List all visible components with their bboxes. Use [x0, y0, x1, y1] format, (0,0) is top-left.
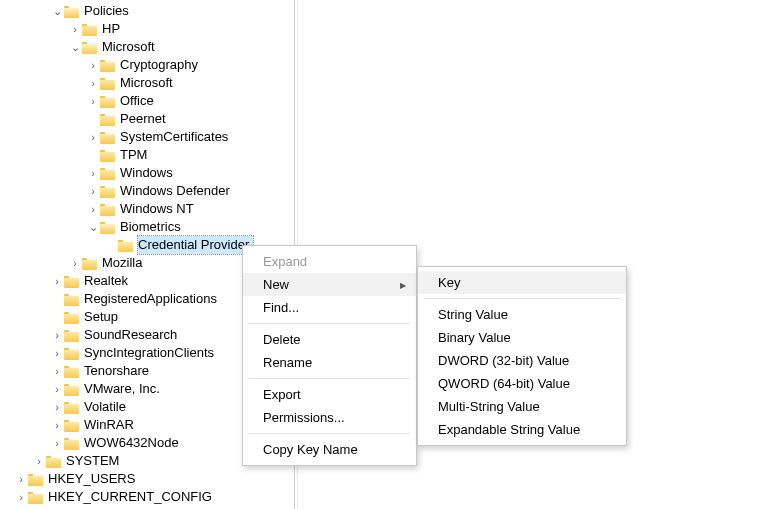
twisty-none: · [86, 110, 100, 128]
tree-item-hkey-current-config[interactable]: ›HKEY_CURRENT_CONFIG [0, 488, 294, 506]
chevron-right-icon[interactable]: › [86, 182, 100, 200]
chevron-down-icon[interactable]: ⌄ [68, 38, 82, 56]
chevron-right-icon[interactable]: › [50, 272, 64, 290]
context-submenu-new[interactable]: KeyString ValueBinary ValueDWORD (32-bit… [417, 266, 627, 446]
folder-icon [100, 167, 116, 180]
tree-item-windows-nt[interactable]: ›Windows NT [0, 200, 294, 218]
tree-item-label: Volatile [84, 398, 130, 416]
folder-icon [64, 311, 80, 324]
chevron-right-icon[interactable]: › [50, 344, 64, 362]
tree-item-microsoft-sub[interactable]: ›Microsoft [0, 74, 294, 92]
menu-item-label: Expandable String Value [438, 422, 580, 437]
folder-icon [100, 113, 116, 126]
tree-item-label: TPM [120, 146, 151, 164]
tree-item-label: Policies [84, 2, 133, 20]
submenu-qword-64[interactable]: QWORD (64-bit) Value [418, 372, 626, 395]
chevron-right-icon: ▶ [400, 280, 406, 289]
tree-item-label: Peernet [120, 110, 170, 128]
chevron-down-icon[interactable]: ⌄ [86, 218, 100, 236]
tree-item-label: HP [102, 20, 124, 38]
tree-item-biometrics[interactable]: ⌄Biometrics [0, 218, 294, 236]
chevron-right-icon[interactable]: › [86, 128, 100, 146]
menu-rename[interactable]: Rename [243, 351, 416, 374]
chevron-right-icon[interactable]: › [14, 488, 28, 506]
menu-delete[interactable]: Delete [243, 328, 416, 351]
context-menu[interactable]: ExpandNew▶Find...DeleteRenameExportPermi… [242, 245, 417, 466]
folder-icon [100, 185, 116, 198]
tree-item-label: Setup [84, 308, 122, 326]
menu-export[interactable]: Export [243, 383, 416, 406]
tree-item-label: Windows [120, 164, 177, 182]
menu-item-label: String Value [438, 307, 508, 322]
chevron-right-icon[interactable]: › [50, 362, 64, 380]
menu-item-label: DWORD (32-bit) Value [438, 353, 569, 368]
chevron-right-icon[interactable]: › [86, 92, 100, 110]
chevron-right-icon[interactable]: › [86, 56, 100, 74]
tree-item-label: HKEY_USERS [48, 470, 139, 488]
submenu-dword-32[interactable]: DWORD (32-bit) Value [418, 349, 626, 372]
menu-copy-key-name[interactable]: Copy Key Name [243, 438, 416, 461]
menu-item-label: Copy Key Name [263, 442, 358, 457]
menu-item-label: Delete [263, 332, 301, 347]
tree-item-office[interactable]: ›Office [0, 92, 294, 110]
menu-item-label: Rename [263, 355, 312, 370]
chevron-right-icon[interactable]: › [68, 254, 82, 272]
chevron-right-icon[interactable]: › [50, 416, 64, 434]
tree-item-windows[interactable]: ›Windows [0, 164, 294, 182]
folder-icon [64, 401, 80, 414]
tree-item-microsoft[interactable]: ⌄Microsoft [0, 38, 294, 56]
chevron-right-icon[interactable]: › [50, 434, 64, 452]
twisty-none: · [50, 290, 64, 308]
folder-icon [100, 59, 116, 72]
menu-permissions[interactable]: Permissions... [243, 406, 416, 429]
tree-item-label: Windows NT [120, 200, 198, 218]
tree-item-hkey-users[interactable]: ›HKEY_USERS [0, 470, 294, 488]
tree-item-label: WinRAR [84, 416, 138, 434]
tree-item-label: WOW6432Node [84, 434, 183, 452]
chevron-right-icon[interactable]: › [86, 74, 100, 92]
menu-find[interactable]: Find... [243, 296, 416, 319]
tree-item-peernet[interactable]: ·Peernet [0, 110, 294, 128]
folder-icon [118, 239, 134, 252]
menu-separator [424, 298, 620, 299]
submenu-multi-string[interactable]: Multi-String Value [418, 395, 626, 418]
tree-item-cryptography[interactable]: ›Cryptography [0, 56, 294, 74]
tree-item-policies[interactable]: ⌄Policies [0, 2, 294, 20]
tree-item-label: Microsoft [120, 74, 177, 92]
menu-new[interactable]: New▶ [243, 273, 416, 296]
tree-item-label: Tenorshare [84, 362, 153, 380]
tree-item-label: SyncIntegrationClients [84, 344, 218, 362]
folder-icon [64, 275, 80, 288]
chevron-right-icon[interactable]: › [50, 326, 64, 344]
folder-icon [82, 257, 98, 270]
tree-item-hp[interactable]: ›HP [0, 20, 294, 38]
tree-item-label: Cryptography [120, 56, 202, 74]
menu-item-label: Permissions... [263, 410, 345, 425]
tree-item-tpm[interactable]: ·TPM [0, 146, 294, 164]
folder-icon [100, 203, 116, 216]
menu-item-label: Binary Value [438, 330, 511, 345]
chevron-right-icon[interactable]: › [14, 470, 28, 488]
folder-icon [100, 77, 116, 90]
chevron-right-icon[interactable]: › [68, 20, 82, 38]
twisty-none: · [86, 146, 100, 164]
submenu-key[interactable]: Key [418, 271, 626, 294]
tree-item-label: SystemCertificates [120, 128, 232, 146]
folder-icon [64, 419, 80, 432]
chevron-right-icon[interactable]: › [50, 398, 64, 416]
menu-item-label: Expand [263, 254, 307, 269]
folder-icon [64, 365, 80, 378]
menu-item-label: New [263, 277, 289, 292]
chevron-right-icon[interactable]: › [32, 452, 46, 470]
menu-item-label: Key [438, 275, 460, 290]
chevron-down-icon[interactable]: ⌄ [50, 2, 64, 20]
chevron-right-icon[interactable]: › [86, 200, 100, 218]
folder-open-icon [82, 41, 98, 54]
submenu-expandable-string[interactable]: Expandable String Value [418, 418, 626, 441]
submenu-binary-value[interactable]: Binary Value [418, 326, 626, 349]
chevron-right-icon[interactable]: › [50, 380, 64, 398]
chevron-right-icon[interactable]: › [86, 164, 100, 182]
submenu-string-value[interactable]: String Value [418, 303, 626, 326]
tree-item-windows-defender[interactable]: ›Windows Defender [0, 182, 294, 200]
tree-item-systemcertificates[interactable]: ›SystemCertificates [0, 128, 294, 146]
